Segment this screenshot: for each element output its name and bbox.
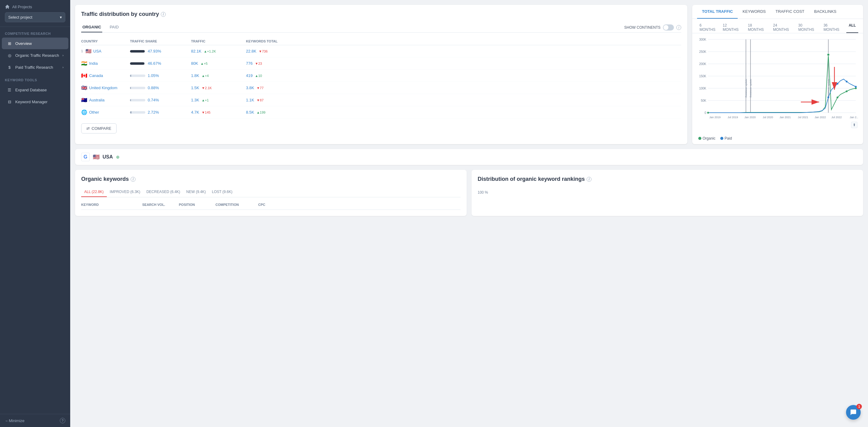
tab-keywords[interactable]: KEYWORDS [738, 5, 771, 19]
grid-icon: ⊞ [7, 40, 12, 46]
svg-text:300K: 300K [699, 38, 707, 41]
kw-col-search-vol: SEARCH VOL. [142, 203, 179, 206]
ranking-dist-title-text: Distribution of organic keyword rankings [478, 176, 585, 182]
ranking-dist-title: Distribution of organic keyword rankings… [478, 176, 857, 182]
traffic-cell: 4.7K ▼145 [191, 110, 246, 115]
sidebar-top: All Projects Select project ▾ [0, 0, 70, 27]
time-tab-6m[interactable]: 6 MONTHS [697, 22, 720, 33]
tab-paid[interactable]: PAID [108, 22, 120, 32]
svg-point-28 [855, 86, 857, 88]
bar-container [130, 87, 145, 89]
bar-fill [130, 99, 131, 102]
sidebar-item-paid[interactable]: $ Paid Traffic Research › [2, 61, 68, 73]
time-tab-18m[interactable]: 18 MONTHS [746, 22, 771, 33]
table-row: 1🇺🇸USA 47.93% 82.1K ▲+1.2K 22.8K ▼736 [81, 45, 681, 57]
share-cell: 0.74% [130, 98, 191, 102]
organic-keywords-title-text: Organic keywords [81, 176, 129, 182]
tab-traffic-cost[interactable]: TRAFFIC COST [771, 5, 809, 19]
show-continents: SHOW CONTINENTS i [624, 24, 681, 31]
keywords-cell: 22.8K ▼736 [246, 49, 310, 53]
ranking-distribution-card: Distribution of organic keyword rankings… [471, 170, 863, 216]
info-icon-toggle[interactable]: i [676, 25, 681, 30]
traffic-value: 82.1K [191, 49, 202, 53]
country-cell[interactable]: 🇨🇦Canada [81, 73, 130, 79]
kw-tab-decreased[interactable]: DECREASED (6.4K) [144, 187, 183, 197]
distribution-title: Traffic distribution by country i [81, 11, 681, 18]
traffic-cell: 80K ▲+5 [191, 61, 246, 66]
bar-container [130, 111, 145, 114]
kw-col-position: POSITION [179, 203, 215, 206]
keywords-cell: 1.1K ▼87 [246, 98, 310, 102]
svg-text:Jul 2019: Jul 2019 [727, 116, 738, 119]
tab-organic[interactable]: ORGANIC [81, 22, 102, 32]
chart-tabs-row: TOTAL TRAFFIC KEYWORDS TRAFFIC COST BACK… [692, 5, 863, 19]
project-placeholder: Select project [8, 15, 32, 20]
bar-fill [130, 50, 145, 53]
organic-legend-dot [698, 137, 701, 140]
time-tab-all[interactable]: ALL [846, 22, 858, 33]
time-tab-36m[interactable]: 36 MONTHS [821, 22, 846, 33]
time-tab-12m[interactable]: 12 MONTHS [720, 22, 746, 33]
list-icon: ☰ [7, 87, 12, 92]
legend-organic: Organic [698, 136, 715, 141]
project-select[interactable]: Select project ▾ [5, 12, 65, 22]
info-icon-kw[interactable]: i [131, 177, 135, 182]
time-tab-24m[interactable]: 24 MONTHS [771, 22, 796, 33]
continents-toggle[interactable] [663, 24, 674, 31]
country-cell[interactable]: 🇦🇺Australia [81, 97, 130, 103]
traffic-value: 4.7K [191, 110, 199, 115]
dist-tab-row: ORGANIC PAID SHOW CONTINENTS i [81, 22, 681, 33]
kw-tab-new[interactable]: NEW (9.4K) [183, 187, 209, 197]
chat-button[interactable]: 1 [846, 405, 861, 420]
svg-text:Jul 2022: Jul 2022 [831, 116, 842, 119]
tab-total-traffic[interactable]: TOTAL TRAFFIC [697, 5, 738, 19]
google-logo: G [81, 153, 90, 161]
keywords-delta: ▲10 [255, 74, 262, 78]
share-pct: 2.72% [148, 110, 159, 115]
svg-text:Jan 2020: Jan 2020 [744, 116, 756, 119]
share-pct: 1.05% [148, 73, 159, 78]
table-icon: ⊟ [7, 99, 12, 105]
kw-tab-lost[interactable]: LOST (9.6K) [209, 187, 235, 197]
google-usa-section: G 🇺🇸 USA ⊕ [70, 149, 868, 165]
kw-col-competition: COMPETITION [215, 203, 258, 206]
chevron-icon: › [63, 54, 63, 57]
share-pct: 47.93% [148, 49, 161, 53]
svg-text:200K: 200K [699, 62, 707, 66]
traffic-chart: 300K 250K 200K 150K 100K 50K 0 [697, 36, 858, 134]
sidebar-item-organic[interactable]: ◎ Organic Traffic Research › [2, 50, 68, 61]
all-projects-link[interactable]: All Projects [5, 4, 65, 12]
sidebar-item-expand[interactable]: ☰ Expand Database [2, 84, 68, 95]
kw-tab-improved[interactable]: IMPROVED (6.3K) [107, 187, 144, 197]
col-traffic: TRAFFIC [191, 39, 246, 43]
paid-legend-label: Paid [724, 136, 732, 141]
bottom-section: Organic keywords i ALL (22.8K) IMPROVED … [70, 165, 868, 221]
kw-tab-all[interactable]: ALL (22.8K) [81, 187, 107, 197]
svg-text:0: 0 [705, 111, 706, 115]
country-cell[interactable]: 🇬🇧United Kingdom [81, 85, 130, 91]
share-pct: 46.67% [148, 61, 161, 66]
organic-keywords-title: Organic keywords i [81, 176, 461, 182]
sidebar-minimize[interactable]: ← Minimize ? [0, 414, 70, 427]
svg-text:Jan 2021: Jan 2021 [779, 116, 791, 119]
show-continents-label: SHOW CONTINENTS [624, 25, 660, 30]
tab-backlinks[interactable]: BACKLINKS [809, 5, 841, 19]
time-tab-30m[interactable]: 30 MONTHS [796, 22, 821, 33]
info-icon-dist[interactable]: i [161, 12, 166, 17]
sidebar-item-overview[interactable]: ⊞ Overview [2, 37, 68, 49]
country-cell[interactable]: 🌐Other [81, 109, 130, 115]
paid-legend-dot [720, 137, 723, 140]
info-icon-rank[interactable]: i [587, 177, 591, 182]
country-cell[interactable]: 🇮🇳India [81, 60, 130, 66]
right-chart-panel: TOTAL TRAFFIC KEYWORDS TRAFFIC COST BACK… [692, 5, 863, 144]
svg-text:Database update: Database update [745, 79, 747, 97]
table-row: 🇮🇳India 46.67% 80K ▲+5 776 ▼23 [81, 57, 681, 69]
country-cell[interactable]: 1🇺🇸USA [81, 48, 130, 54]
compare-button[interactable]: ⇄ COMPARE [81, 123, 117, 134]
google-usa-bar: G 🇺🇸 USA ⊕ [75, 149, 863, 165]
svg-text:50K: 50K [701, 99, 706, 102]
sidebar-item-manager[interactable]: ⊟ Keyword Manager [2, 96, 68, 108]
eye-icon: ◎ [7, 53, 12, 58]
link-icon[interactable]: ⊕ [116, 154, 120, 160]
svg-point-27 [846, 81, 847, 83]
